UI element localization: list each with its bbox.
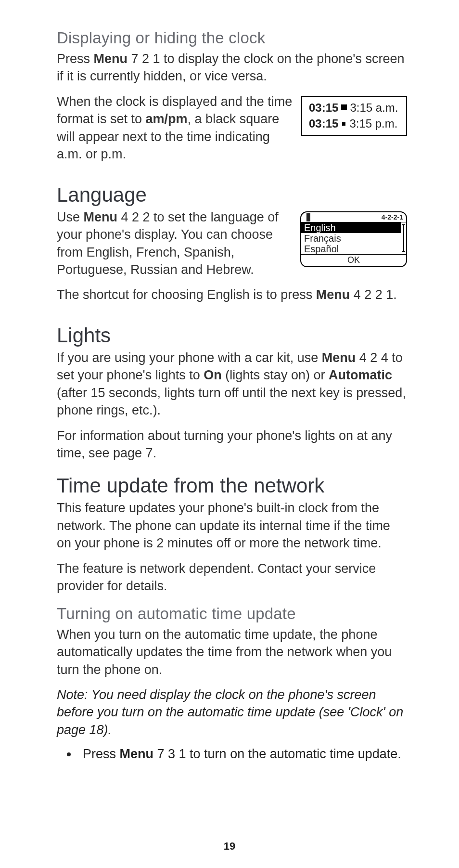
time-row-am: 03:15 3:15 a.m. [309,100,401,116]
text: Use [57,210,84,224]
bullet-list: Press Menu 7 3 1 to turn on the automati… [57,745,407,763]
phone-list: English Français Español [301,222,406,255]
heading-auto-time: Turning on automatic time update [57,605,407,623]
bullet-item: Press Menu 7 3 1 to turn on the automati… [78,745,407,763]
on-bold: On [204,368,222,382]
page-number: 19 [0,840,459,853]
heading-time-update: Time update from the network [57,474,407,497]
menu-bold: Menu [120,747,154,761]
signal-icon: ▐▌ [304,213,312,221]
softkey-ok: OK [301,255,406,266]
lights-p1: If you are using your phone with a car k… [57,349,407,419]
am-square-icon [341,104,347,110]
text: If you are using your phone with a car k… [57,350,322,365]
time-update-p2: The feature is network dependent. Contac… [57,560,407,595]
heading-lights: Lights [57,324,407,347]
phone-status-bar: ▐▌ 4-2-2-1 [301,212,406,222]
heading-language: Language [57,183,407,207]
language-p2: The shortcut for choosing English is to … [57,286,407,303]
time-suffix: 3:15 p.m. [349,116,397,132]
text: Press [83,747,120,761]
phone-item-espanol: Español [301,244,401,254]
text: 4 2 2 1. [350,287,397,302]
manual-page: Displaying or hiding the clock Press Men… [0,0,459,868]
menu-bold: Menu [322,350,356,365]
automatic-bold: Automatic [329,368,392,382]
scrollbar [403,224,405,252]
auto-time-note: Note: You need display the clock on the … [57,686,407,738]
text: The shortcut for choosing English is to … [57,287,316,302]
pm-square-icon [342,122,345,126]
auto-time-p: When you turn on the automatic time upda… [57,626,407,678]
text: (after 15 seconds, lights turn off until… [57,386,406,417]
ampm-bold: am/pm [146,112,188,126]
time-bold-value: 03:15 [309,116,338,132]
phone-item-francais: Français [301,233,401,244]
menu-bold: Menu [84,210,118,224]
text: 7 3 1 to turn on the automatic time upda… [153,747,401,761]
menu-bold: Menu [316,287,350,302]
lights-p2: For information about turning your phone… [57,427,407,462]
time-suffix: 3:15 a.m. [350,100,398,116]
menu-bold: Menu [94,52,128,66]
heading-clock: Displaying or hiding the clock [57,29,407,47]
time-update-p1: This feature updates your phone's built-… [57,499,407,552]
time-bold-value: 03:15 [309,100,338,116]
clock-p1: Press Menu 7 2 1 to display the clock on… [57,50,407,85]
text: Press [57,52,94,66]
text: (lights stay on) or [222,368,329,382]
phone-screen-language: ▐▌ 4-2-2-1 English Français Español OK [300,211,407,267]
time-example-box: 03:15 3:15 a.m. 03:15 3:15 p.m. [301,96,407,136]
time-row-pm: 03:15 3:15 p.m. [309,116,401,132]
menu-path: 4-2-2-1 [382,213,403,221]
phone-item-english: English [301,222,401,233]
